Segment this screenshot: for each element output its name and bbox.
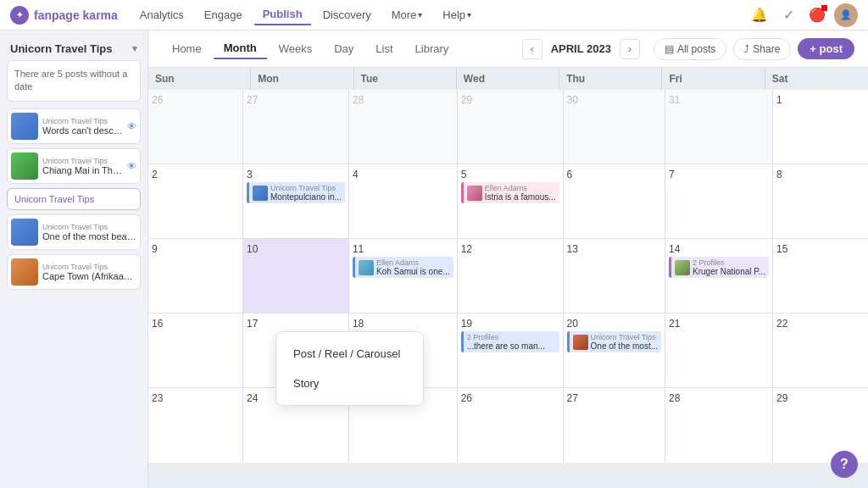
- sidebar: Unicorn Travel Tips ▾ There are 5 posts …: [0, 30, 148, 488]
- cal-date: 9: [152, 243, 158, 255]
- list-item[interactable]: Unicorn Travel Tips Cape Town (Afrikaans…: [7, 254, 141, 290]
- cal-cell[interactable]: 14 2 Profiles Kruger National P...: [665, 239, 773, 313]
- cal-cell[interactable]: 4: [349, 164, 458, 239]
- cal-cell[interactable]: 6: [564, 164, 665, 239]
- cal-date: 27: [247, 94, 258, 106]
- cal-cell[interactable]: 26: [148, 90, 243, 164]
- cal-date: 24: [247, 392, 258, 404]
- cal-cell[interactable]: 15: [773, 239, 868, 313]
- cal-cell[interactable]: 27: [243, 90, 349, 164]
- list-item[interactable]: Unicorn Travel Tips: [7, 188, 141, 210]
- calendar-header: Sun Mon Tue Wed Thu Fri Sat: [148, 68, 868, 90]
- main-content: Home Month Weeks Day List Library ‹ APRI…: [148, 30, 868, 488]
- cal-cell[interactable]: 13: [564, 239, 665, 313]
- tab-home[interactable]: Home: [162, 39, 212, 58]
- cal-date: 2: [152, 169, 158, 180]
- dropdown-item-story[interactable]: Story: [276, 369, 423, 398]
- cal-event[interactable]: Unicorn Travel Tips Montepulciano in...: [247, 182, 345, 203]
- prev-month-btn[interactable]: ‹: [522, 39, 542, 59]
- cal-event[interactable]: Ellen Adams Istria is a famous...: [461, 182, 559, 203]
- cal-cell[interactable]: 11 Ellen Adams Koh Samui is one...: [349, 239, 458, 313]
- post-channel: Unicorn Travel Tips: [42, 157, 123, 165]
- cal-cell[interactable]: 8: [773, 164, 868, 239]
- cal-date: 4: [353, 169, 359, 180]
- all-posts-btn[interactable]: ▤ All posts: [654, 38, 726, 60]
- cal-cell[interactable]: 16: [148, 313, 243, 388]
- cal-cell[interactable]: 23: [148, 388, 243, 463]
- cal-cell[interactable]: 21: [665, 313, 773, 388]
- cal-date: 22: [776, 318, 787, 330]
- event-title: One of the most...: [591, 341, 658, 351]
- cal-cell[interactable]: 22: [773, 313, 868, 388]
- cal-event[interactable]: Unicorn Travel Tips One of the most...: [567, 331, 661, 352]
- nav-publish[interactable]: Publish: [254, 4, 311, 25]
- event-thumb: [675, 260, 690, 275]
- post-eye-icon: 👁: [127, 161, 136, 171]
- list-item[interactable]: Unicorn Travel Tips Words can't describe…: [7, 108, 141, 144]
- nav-more[interactable]: More ▾: [383, 5, 431, 25]
- nav-discovery[interactable]: Discovery: [314, 5, 380, 25]
- cal-cell[interactable]: 2: [148, 164, 243, 239]
- cal-date: 10: [247, 243, 258, 255]
- tab-list[interactable]: List: [365, 39, 403, 58]
- cal-cell[interactable]: 29: [458, 90, 564, 164]
- help-btn[interactable]: ?: [831, 451, 858, 478]
- cal-cell[interactable]: 29: [773, 388, 868, 463]
- cal-cell[interactable]: 30: [564, 90, 665, 164]
- post-text: One of the most beautiful W...: [42, 231, 136, 241]
- logo[interactable]: ✦ fanpage karma: [10, 6, 118, 25]
- cal-event[interactable]: 2 Profiles Kruger National P...: [669, 257, 769, 278]
- cal-cell[interactable]: 19 2 Profiles ...there are so man...: [458, 313, 564, 388]
- cal-cell[interactable]: 9: [148, 239, 243, 313]
- tab-month[interactable]: Month: [214, 38, 267, 59]
- cal-date: 5: [461, 169, 467, 180]
- next-month-btn[interactable]: ›: [620, 39, 640, 59]
- post-thumbnail: [11, 152, 38, 180]
- cal-cell[interactable]: 27: [564, 388, 665, 463]
- top-nav: ✦ fanpage karma Analytics Engage Publish…: [0, 0, 868, 30]
- cal-cell[interactable]: 28: [665, 388, 773, 463]
- event-channel: Ellen Adams: [376, 258, 450, 267]
- event-channel: 2 Profiles: [467, 333, 545, 341]
- tab-library[interactable]: Library: [405, 39, 459, 58]
- post-thumbnail: [11, 113, 38, 140]
- nav-analytics[interactable]: Analytics: [131, 5, 192, 25]
- share-btn[interactable]: ⤴ Share: [733, 38, 791, 60]
- nav-help[interactable]: Help ▾: [434, 5, 480, 25]
- cal-cell[interactable]: 12: [458, 239, 564, 313]
- cal-date: 23: [152, 392, 163, 404]
- cal-event[interactable]: 2 Profiles ...there are so man...: [461, 331, 559, 352]
- new-post-btn[interactable]: + post: [798, 38, 854, 59]
- list-item[interactable]: Unicorn Travel Tips One of the most beau…: [7, 214, 141, 250]
- cal-cell[interactable]: 28: [349, 90, 458, 164]
- cal-cell[interactable]: 7: [665, 164, 773, 239]
- cal-date: 30: [567, 94, 578, 106]
- cal-date: 26: [461, 392, 472, 404]
- notifications-btn[interactable]: 🔔: [748, 3, 771, 27]
- cal-date: 19: [461, 318, 472, 330]
- dropdown-item-post[interactable]: Post / Reel / Carousel: [276, 339, 423, 369]
- cal-cell-selected[interactable]: 10: [243, 239, 349, 313]
- alert-btn[interactable]: 🔴: [805, 3, 829, 27]
- post-eye-icon: 👁: [127, 121, 136, 131]
- cal-date: 18: [353, 318, 364, 330]
- nav-engage[interactable]: Engage: [196, 5, 251, 25]
- cal-cell[interactable]: 1: [773, 90, 868, 164]
- cal-cell[interactable]: 20 Unicorn Travel Tips One of the most..…: [564, 313, 665, 388]
- cal-event[interactable]: Ellen Adams Koh Samui is one...: [353, 257, 453, 278]
- cal-date: 8: [776, 169, 782, 180]
- avatar[interactable]: 👤: [834, 3, 858, 27]
- checkmark-btn[interactable]: ✓: [776, 3, 800, 27]
- cal-cell[interactable]: 5 Ellen Adams Istria is a famous...: [458, 164, 564, 239]
- list-item[interactable]: Unicorn Travel Tips Chiang Mai in Thaila…: [7, 148, 141, 184]
- cal-cell[interactable]: 31: [665, 90, 773, 164]
- tab-weeks[interactable]: Weeks: [269, 39, 323, 58]
- day-header-wed: Wed: [457, 68, 559, 90]
- cal-cell[interactable]: 3 Unicorn Travel Tips Montepulciano in..…: [243, 164, 349, 239]
- event-thumb: [573, 335, 588, 350]
- cal-cell[interactable]: 26: [458, 388, 564, 463]
- post-text: Cape Town (Afrikaans: Kaap...: [42, 271, 136, 281]
- cal-date: 15: [776, 243, 787, 255]
- tab-day[interactable]: Day: [324, 39, 364, 58]
- sidebar-title[interactable]: Unicorn Travel Tips ▾: [7, 37, 141, 60]
